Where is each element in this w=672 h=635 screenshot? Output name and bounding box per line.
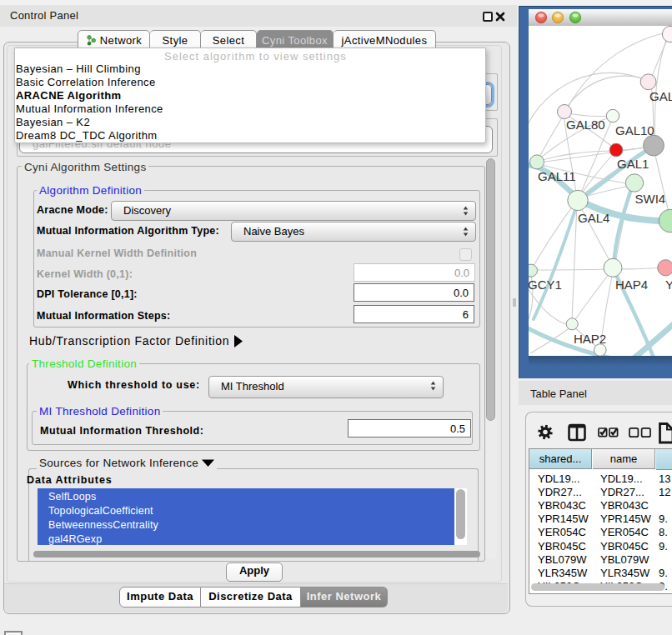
- svg-text:GAL11: GAL11: [538, 169, 576, 183]
- svg-text:SWI4: SWI4: [635, 192, 666, 206]
- svg-text:Y: Y: [665, 278, 672, 292]
- svg-text:GAL1: GAL1: [617, 157, 649, 171]
- svg-text:HAP4: HAP4: [615, 278, 648, 292]
- svg-text:GAL80: GAL80: [566, 118, 605, 132]
- svg-text:GAL4: GAL4: [578, 211, 609, 225]
- svg-text:HAP2: HAP2: [574, 332, 606, 346]
- svg-text:GCY1: GCY1: [529, 278, 562, 292]
- svg-text:GAL: GAL: [649, 89, 672, 103]
- svg-text:GAL10: GAL10: [615, 123, 654, 138]
